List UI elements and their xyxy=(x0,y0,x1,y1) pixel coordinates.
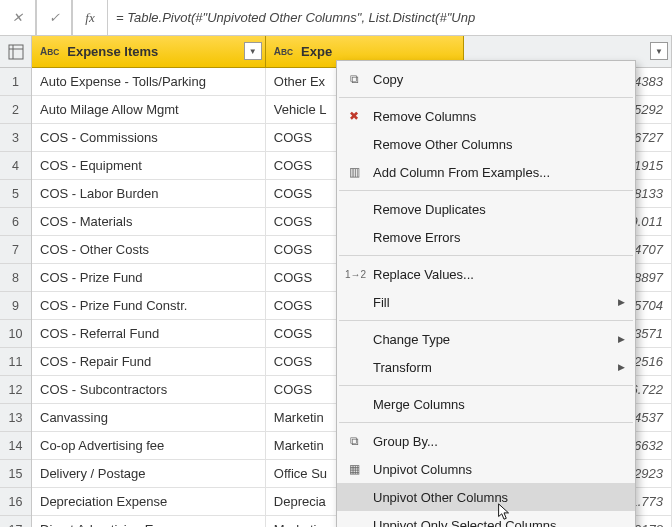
cell-expense-item[interactable]: COS - Other Costs xyxy=(32,236,266,264)
menu-separator xyxy=(339,190,633,191)
cell-expense-item[interactable]: Depreciation Expense xyxy=(32,488,266,516)
cell-expense-item[interactable]: COS - Prize Fund xyxy=(32,264,266,292)
row-number[interactable]: 15 xyxy=(0,460,31,488)
svg-rect-0 xyxy=(9,45,23,59)
formula-bar: ✕ ✓ fx = Table.Pivot(#"Unpivoted Other C… xyxy=(0,0,672,36)
cell-expense-item[interactable]: COS - Subcontractors xyxy=(32,376,266,404)
column-context-menu: ⧉Copy ✖Remove Columns Remove Other Colum… xyxy=(336,60,636,527)
menu-separator xyxy=(339,320,633,321)
cell-expense-item[interactable]: COS - Repair Fund xyxy=(32,348,266,376)
cell-expense-item[interactable]: COS - Commissions xyxy=(32,124,266,152)
row-number[interactable]: 8 xyxy=(0,264,31,292)
column-filter-dropdown[interactable]: ▼ xyxy=(650,42,668,60)
cell-expense-item[interactable]: Delivery / Postage xyxy=(32,460,266,488)
row-number[interactable]: 1 xyxy=(0,68,31,96)
menu-copy[interactable]: ⧉Copy xyxy=(337,65,635,93)
menu-transform[interactable]: Transform xyxy=(337,353,635,381)
cell-expense-item[interactable]: Auto Expense - Tolls/Parking xyxy=(32,68,266,96)
menu-unpivot-other-columns[interactable]: Unpivot Other Columns xyxy=(337,483,635,511)
row-number[interactable]: 17 xyxy=(0,516,31,527)
menu-unpivot-columns[interactable]: ▦Unpivot Columns xyxy=(337,455,635,483)
row-number[interactable]: 2 xyxy=(0,96,31,124)
menu-merge-columns[interactable]: Merge Columns xyxy=(337,390,635,418)
column-header-label: Expense Items xyxy=(67,44,158,59)
row-number[interactable]: 3 xyxy=(0,124,31,152)
type-icon: ABC xyxy=(38,45,61,58)
add-column-icon: ▥ xyxy=(345,165,363,179)
remove-icon: ✖ xyxy=(345,109,363,123)
menu-separator xyxy=(339,385,633,386)
cell-expense-item[interactable]: COS - Materials xyxy=(32,208,266,236)
mouse-cursor-icon xyxy=(497,503,511,521)
cell-expense-item[interactable]: Direct Advertising Expense xyxy=(32,516,266,527)
cell-expense-item[interactable]: COS - Labor Burden xyxy=(32,180,266,208)
row-number[interactable]: 4 xyxy=(0,152,31,180)
cell-expense-item[interactable]: Co-op Advertising fee xyxy=(32,432,266,460)
column-header-expense-items[interactable]: ABC Expense Items ▼ xyxy=(32,36,266,68)
menu-remove-errors[interactable]: Remove Errors xyxy=(337,223,635,251)
fx-label: fx xyxy=(72,0,108,35)
cell-expense-item[interactable]: COS - Equipment xyxy=(32,152,266,180)
menu-remove-duplicates[interactable]: Remove Duplicates xyxy=(337,195,635,223)
row-number[interactable]: 13 xyxy=(0,404,31,432)
menu-change-type[interactable]: Change Type xyxy=(337,325,635,353)
cancel-formula-button[interactable]: ✕ xyxy=(0,0,36,35)
menu-replace-values[interactable]: 1→2Replace Values... xyxy=(337,260,635,288)
table-icon[interactable] xyxy=(0,36,31,68)
row-number[interactable]: 5 xyxy=(0,180,31,208)
type-icon: ABC xyxy=(272,45,295,58)
row-number[interactable]: 6 xyxy=(0,208,31,236)
cell-expense-item[interactable]: Canvassing xyxy=(32,404,266,432)
unpivot-icon: ▦ xyxy=(345,462,363,476)
copy-icon: ⧉ xyxy=(345,72,363,86)
row-number-gutter: 1234567891011121314151617 xyxy=(0,36,32,527)
row-number[interactable]: 9 xyxy=(0,292,31,320)
row-number[interactable]: 16 xyxy=(0,488,31,516)
column-filter-dropdown[interactable]: ▼ xyxy=(244,42,262,60)
cell-expense-item[interactable]: COS - Prize Fund Constr. xyxy=(32,292,266,320)
confirm-formula-button[interactable]: ✓ xyxy=(36,0,72,35)
menu-separator xyxy=(339,255,633,256)
cell-expense-item[interactable]: Auto Milage Allow Mgmt xyxy=(32,96,266,124)
menu-remove-columns[interactable]: ✖Remove Columns xyxy=(337,102,635,130)
menu-fill[interactable]: Fill xyxy=(337,288,635,316)
formula-input[interactable]: = Table.Pivot(#"Unpivoted Other Columns"… xyxy=(108,0,672,35)
column-header-label: Expe xyxy=(301,44,332,59)
replace-icon: 1→2 xyxy=(345,269,363,280)
menu-group-by[interactable]: ⧉Group By... xyxy=(337,427,635,455)
row-number[interactable]: 12 xyxy=(0,376,31,404)
cell-expense-item[interactable]: COS - Referral Fund xyxy=(32,320,266,348)
menu-separator xyxy=(339,97,633,98)
menu-unpivot-only-selected[interactable]: Unpivot Only Selected Columns xyxy=(337,511,635,527)
row-number[interactable]: 14 xyxy=(0,432,31,460)
row-number[interactable]: 11 xyxy=(0,348,31,376)
menu-remove-other-columns[interactable]: Remove Other Columns xyxy=(337,130,635,158)
row-number[interactable]: 10 xyxy=(0,320,31,348)
row-number[interactable]: 7 xyxy=(0,236,31,264)
menu-separator xyxy=(339,422,633,423)
menu-add-column-from-examples[interactable]: ▥Add Column From Examples... xyxy=(337,158,635,186)
group-icon: ⧉ xyxy=(345,434,363,448)
